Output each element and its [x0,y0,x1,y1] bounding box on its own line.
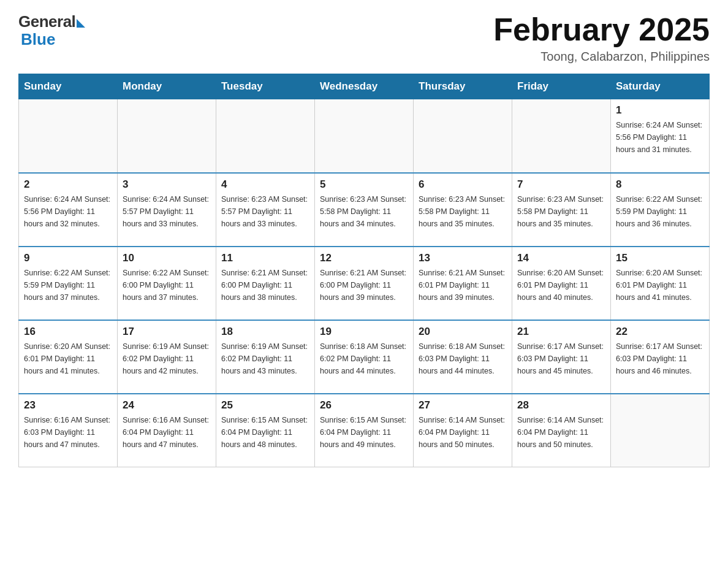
day-info: Sunrise: 6:22 AM Sunset: 5:59 PM Dayligh… [616,193,704,230]
calendar-day-cell [414,99,512,173]
day-number: 27 [419,399,507,412]
day-of-week-header: Wednesday [315,74,414,99]
calendar-day-cell [118,99,216,173]
calendar-week-row: 16Sunrise: 6:20 AM Sunset: 6:01 PM Dayli… [19,320,710,394]
day-info: Sunrise: 6:23 AM Sunset: 5:58 PM Dayligh… [419,193,507,230]
calendar-day-cell: 23Sunrise: 6:16 AM Sunset: 6:03 PM Dayli… [19,394,118,467]
day-info: Sunrise: 6:18 AM Sunset: 6:02 PM Dayligh… [320,340,408,377]
day-number: 12 [320,252,408,264]
calendar-day-cell: 2Sunrise: 6:24 AM Sunset: 5:56 PM Daylig… [19,173,118,247]
day-number: 21 [517,326,605,338]
day-info: Sunrise: 6:20 AM Sunset: 6:01 PM Dayligh… [616,267,704,304]
calendar-day-cell [512,99,611,173]
logo-general-text: General [18,12,75,31]
calendar-week-row: 2Sunrise: 6:24 AM Sunset: 5:56 PM Daylig… [19,173,710,247]
day-info: Sunrise: 6:16 AM Sunset: 6:04 PM Dayligh… [123,414,211,451]
day-number: 13 [419,252,507,264]
day-number: 24 [123,399,211,412]
calendar-day-cell: 7Sunrise: 6:23 AM Sunset: 5:58 PM Daylig… [512,173,611,247]
day-number: 15 [616,252,704,264]
calendar-day-cell: 6Sunrise: 6:23 AM Sunset: 5:58 PM Daylig… [414,173,512,247]
calendar-day-cell [611,394,710,467]
calendar-day-cell: 8Sunrise: 6:22 AM Sunset: 5:59 PM Daylig… [611,173,710,247]
calendar-week-row: 23Sunrise: 6:16 AM Sunset: 6:03 PM Dayli… [19,394,710,467]
day-info: Sunrise: 6:24 AM Sunset: 5:56 PM Dayligh… [616,119,704,156]
day-info: Sunrise: 6:16 AM Sunset: 6:03 PM Dayligh… [24,414,112,451]
calendar-day-cell: 27Sunrise: 6:14 AM Sunset: 6:04 PM Dayli… [414,394,512,467]
calendar-day-cell: 28Sunrise: 6:14 AM Sunset: 6:04 PM Dayli… [512,394,611,467]
calendar-day-cell: 18Sunrise: 6:19 AM Sunset: 6:02 PM Dayli… [216,320,315,394]
day-number: 19 [320,326,408,338]
calendar-day-cell: 13Sunrise: 6:21 AM Sunset: 6:01 PM Dayli… [414,247,512,320]
day-number: 23 [24,399,112,412]
day-info: Sunrise: 6:22 AM Sunset: 5:59 PM Dayligh… [24,267,112,304]
calendar-day-cell: 15Sunrise: 6:20 AM Sunset: 6:01 PM Dayli… [611,247,710,320]
calendar-day-cell: 26Sunrise: 6:15 AM Sunset: 6:04 PM Dayli… [315,394,414,467]
day-info: Sunrise: 6:15 AM Sunset: 6:04 PM Dayligh… [221,414,309,451]
day-number: 6 [419,178,507,191]
day-info: Sunrise: 6:18 AM Sunset: 6:03 PM Dayligh… [419,340,507,377]
day-of-week-header: Sunday [19,74,118,99]
day-of-week-header: Friday [512,74,611,99]
day-number: 22 [616,326,704,338]
day-info: Sunrise: 6:17 AM Sunset: 6:03 PM Dayligh… [616,340,704,377]
day-info: Sunrise: 6:23 AM Sunset: 5:57 PM Dayligh… [221,193,309,230]
page-header: General Blue February 2025 Toong, Calaba… [18,12,710,64]
day-number: 7 [517,178,605,191]
calendar-day-cell [315,99,414,173]
day-number: 11 [221,252,309,264]
day-of-week-header: Thursday [414,74,512,99]
logo-blue-text: Blue [21,30,55,49]
calendar-day-cell: 5Sunrise: 6:23 AM Sunset: 5:58 PM Daylig… [315,173,414,247]
day-info: Sunrise: 6:21 AM Sunset: 6:00 PM Dayligh… [320,267,408,304]
day-of-week-header: Tuesday [216,74,315,99]
day-number: 9 [24,252,112,264]
day-number: 14 [517,252,605,264]
calendar-subtitle: Toong, Calabarzon, Philippines [493,50,710,64]
day-info: Sunrise: 6:23 AM Sunset: 5:58 PM Dayligh… [320,193,408,230]
day-info: Sunrise: 6:17 AM Sunset: 6:03 PM Dayligh… [517,340,605,377]
calendar-day-cell [19,99,118,173]
logo: General Blue [18,12,85,49]
calendar-day-cell: 20Sunrise: 6:18 AM Sunset: 6:03 PM Dayli… [414,320,512,394]
day-info: Sunrise: 6:21 AM Sunset: 6:01 PM Dayligh… [419,267,507,304]
day-number: 8 [616,178,704,191]
day-info: Sunrise: 6:21 AM Sunset: 6:00 PM Dayligh… [221,267,309,304]
calendar-day-cell: 22Sunrise: 6:17 AM Sunset: 6:03 PM Dayli… [611,320,710,394]
day-number: 18 [221,326,309,338]
day-info: Sunrise: 6:19 AM Sunset: 6:02 PM Dayligh… [221,340,309,377]
calendar-week-row: 1Sunrise: 6:24 AM Sunset: 5:56 PM Daylig… [19,99,710,173]
day-number: 1 [616,104,704,117]
calendar-day-cell: 9Sunrise: 6:22 AM Sunset: 5:59 PM Daylig… [19,247,118,320]
logo-arrow-icon [77,19,85,28]
calendar-week-row: 9Sunrise: 6:22 AM Sunset: 5:59 PM Daylig… [19,247,710,320]
calendar-day-cell: 11Sunrise: 6:21 AM Sunset: 6:00 PM Dayli… [216,247,315,320]
day-info: Sunrise: 6:19 AM Sunset: 6:02 PM Dayligh… [123,340,211,377]
day-info: Sunrise: 6:20 AM Sunset: 6:01 PM Dayligh… [24,340,112,377]
calendar-day-cell: 4Sunrise: 6:23 AM Sunset: 5:57 PM Daylig… [216,173,315,247]
calendar-day-cell: 17Sunrise: 6:19 AM Sunset: 6:02 PM Dayli… [118,320,216,394]
day-info: Sunrise: 6:14 AM Sunset: 6:04 PM Dayligh… [517,414,605,451]
calendar-day-cell [216,99,315,173]
calendar-day-cell: 25Sunrise: 6:15 AM Sunset: 6:04 PM Dayli… [216,394,315,467]
calendar-table: SundayMondayTuesdayWednesdayThursdayFrid… [18,74,710,467]
calendar-day-cell: 3Sunrise: 6:24 AM Sunset: 5:57 PM Daylig… [118,173,216,247]
day-info: Sunrise: 6:22 AM Sunset: 6:00 PM Dayligh… [123,267,211,304]
day-number: 2 [24,178,112,191]
day-number: 3 [123,178,211,191]
calendar-day-cell: 21Sunrise: 6:17 AM Sunset: 6:03 PM Dayli… [512,320,611,394]
day-info: Sunrise: 6:20 AM Sunset: 6:01 PM Dayligh… [517,267,605,304]
day-of-week-header: Monday [118,74,216,99]
day-number: 26 [320,399,408,412]
day-number: 20 [419,326,507,338]
day-number: 17 [123,326,211,338]
calendar-title: February 2025 [493,12,710,47]
day-info: Sunrise: 6:24 AM Sunset: 5:57 PM Dayligh… [123,193,211,230]
calendar-day-cell: 16Sunrise: 6:20 AM Sunset: 6:01 PM Dayli… [19,320,118,394]
day-number: 25 [221,399,309,412]
calendar-header-row: SundayMondayTuesdayWednesdayThursdayFrid… [19,74,710,99]
title-section: February 2025 Toong, Calabarzon, Philipp… [493,12,710,64]
calendar-day-cell: 10Sunrise: 6:22 AM Sunset: 6:00 PM Dayli… [118,247,216,320]
calendar-day-cell: 1Sunrise: 6:24 AM Sunset: 5:56 PM Daylig… [611,99,710,173]
calendar-day-cell: 14Sunrise: 6:20 AM Sunset: 6:01 PM Dayli… [512,247,611,320]
